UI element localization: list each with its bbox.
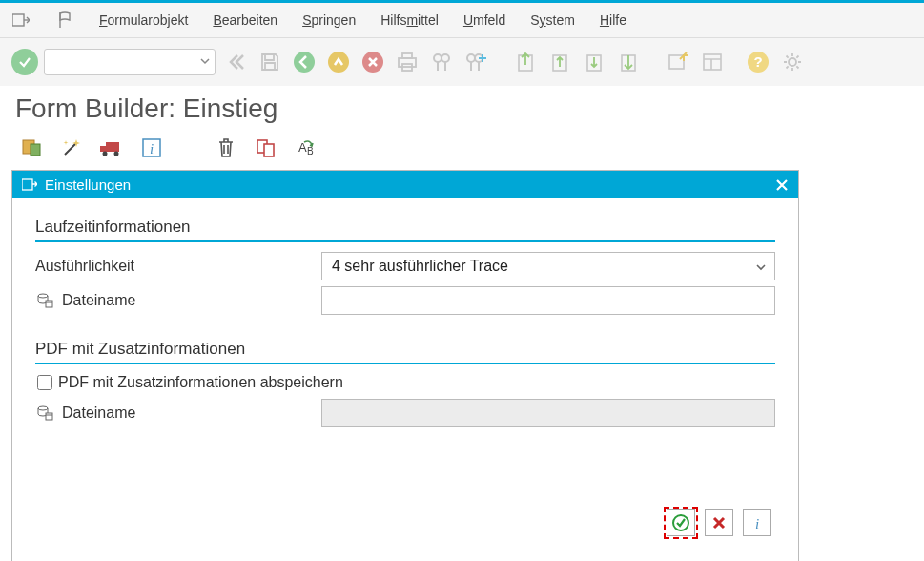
svg-point-25: [114, 152, 119, 156]
svg-rect-16: [704, 54, 721, 70]
info-icon[interactable]: i: [139, 135, 164, 160]
menu-formularobjekt-text: ormularobjekt: [108, 12, 189, 28]
svg-point-19: [789, 58, 796, 66]
svg-point-35: [38, 406, 48, 410]
copy-icon[interactable]: [254, 135, 278, 160]
svg-rect-4: [399, 58, 416, 67]
save-icon[interactable]: [256, 48, 284, 76]
svg-rect-23: [100, 146, 107, 152]
file-db-icon: [35, 291, 54, 310]
svg-point-8: [441, 54, 449, 62]
menu-formularobjekt[interactable]: FFormularobjekt/*noop*/ormularobjekt: [99, 12, 188, 28]
settings-dialog: Einstellungen Laufzeitinformationen Ausf…: [11, 170, 799, 561]
svg-point-9: [467, 54, 475, 62]
new-window-icon[interactable]: [664, 48, 692, 76]
svg-rect-22: [106, 142, 119, 152]
svg-text:i: i: [755, 516, 759, 531]
pdf-extra-checkbox[interactable]: [37, 375, 52, 390]
svg-point-1: [294, 52, 315, 73]
layout-icon[interactable]: [698, 48, 727, 76]
wizard-icon[interactable]: [59, 135, 84, 160]
file-db-icon: [35, 404, 54, 423]
svg-rect-32: [22, 179, 32, 190]
svg-rect-21: [31, 144, 40, 156]
svg-rect-36: [46, 413, 52, 420]
menu-doc-window-icon[interactable]: [11, 10, 31, 30]
dialog-ok-button[interactable]: [667, 509, 695, 536]
next-page-icon[interactable]: [580, 48, 608, 76]
first-page-icon[interactable]: [511, 48, 540, 76]
svg-rect-34: [46, 301, 52, 307]
menu-hilfsmittel[interactable]: Hilfsmittel: [380, 12, 439, 28]
rename-icon[interactable]: AB: [294, 135, 318, 160]
svg-text:A: A: [298, 140, 307, 155]
pdf-filename-label: Dateiname: [62, 405, 135, 422]
verbosity-value: 4 sehr ausführlicher Trace: [332, 258, 508, 275]
nav-back-icon[interactable]: [221, 48, 250, 76]
svg-point-24: [103, 152, 108, 156]
svg-point-2: [328, 52, 349, 73]
enter-button[interactable]: [11, 49, 38, 75]
print-icon[interactable]: [393, 48, 421, 76]
page-title: Form Builder: Einstieg: [0, 86, 924, 128]
svg-text:?: ?: [753, 53, 762, 70]
dialog-title: Einstellungen: [45, 177, 131, 193]
settings-gear-icon[interactable]: [778, 48, 807, 76]
menu-bearbeiten[interactable]: Bearbeiten: [213, 12, 277, 28]
chevron-down-icon[interactable]: [200, 56, 210, 66]
svg-rect-5: [402, 53, 412, 58]
help-icon[interactable]: ?: [744, 48, 772, 76]
pdf-filename-input: [321, 399, 775, 427]
group-pdf-title: PDF mit Zusatzinformationen: [35, 340, 775, 364]
svg-rect-0: [12, 14, 24, 26]
menu-springen[interactable]: Springen: [302, 12, 356, 28]
svg-point-7: [434, 54, 441, 62]
dialog-info-button[interactable]: i: [743, 509, 771, 536]
menu-umfeld[interactable]: Umfeld: [463, 12, 505, 28]
group-runtime-title: Laufzeitinformationen: [35, 218, 775, 242]
dialog-title-icon: [22, 178, 37, 192]
dialog-close-button[interactable]: [775, 178, 789, 192]
find-next-icon[interactable]: [462, 48, 490, 76]
command-field[interactable]: [44, 49, 216, 75]
svg-point-33: [38, 294, 48, 298]
runtime-filename-label: Dateiname: [62, 292, 135, 309]
cancel-circle-icon[interactable]: [359, 48, 387, 76]
runtime-filename-input[interactable]: [321, 286, 775, 315]
verbosity-select[interactable]: 4 sehr ausführlicher Trace: [321, 252, 775, 280]
delete-icon[interactable]: [214, 135, 238, 160]
find-icon[interactable]: [427, 48, 456, 76]
verbosity-label: Ausführlichkeit: [35, 258, 321, 275]
exit-circle-icon[interactable]: [324, 48, 353, 76]
svg-rect-29: [264, 144, 274, 156]
prev-page-icon[interactable]: [545, 48, 574, 76]
pdf-extra-checkbox-label: PDF mit Zusatzinformationen abspeichern: [58, 374, 343, 391]
svg-text:i: i: [150, 141, 154, 156]
menu-flag-icon[interactable]: [55, 10, 74, 30]
menu-hilfe[interactable]: Hilfe: [600, 12, 626, 28]
last-page-icon[interactable]: [614, 48, 643, 76]
back-circle-icon[interactable]: [290, 48, 318, 76]
svg-text:B: B: [307, 146, 314, 156]
dialog-cancel-button[interactable]: [705, 509, 733, 536]
transport-icon[interactable]: [99, 135, 124, 160]
chevron-down-icon: [755, 261, 767, 273]
display-icon[interactable]: [19, 135, 44, 160]
menu-system[interactable]: System: [530, 12, 575, 28]
